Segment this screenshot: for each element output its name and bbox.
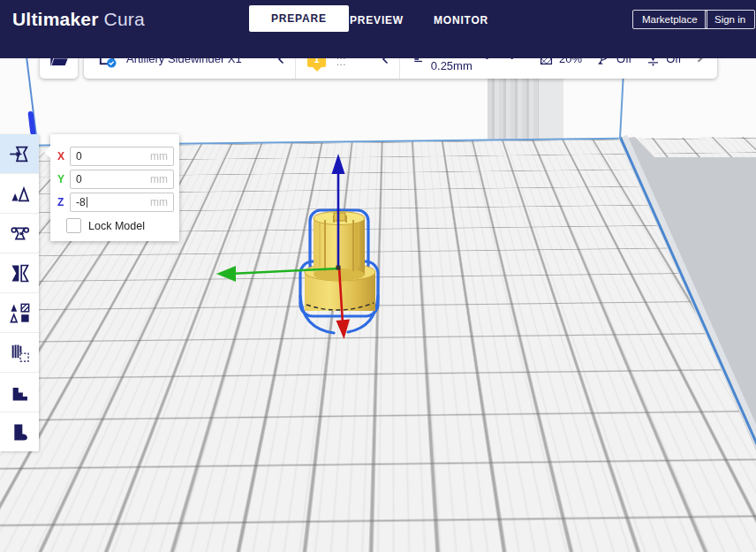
nozzle-size: ... <box>336 59 346 65</box>
lock-model-row: Lock Model <box>66 218 145 233</box>
lock-model-label: Lock Model <box>88 220 145 232</box>
per-model-settings-button[interactable] <box>0 293 39 333</box>
chevron-up-icon <box>49 462 60 470</box>
z-position-input[interactable]: -8 mm <box>70 193 174 212</box>
view-3d-icon[interactable] <box>45 522 63 540</box>
rotate-tool-button[interactable] <box>0 214 39 253</box>
view-left-icon[interactable] <box>119 522 137 540</box>
view-right-icon[interactable] <box>144 522 162 540</box>
action-panel: Slice <box>495 497 756 541</box>
z-axis-arrowhead <box>332 154 345 174</box>
view-top-icon[interactable] <box>94 522 112 540</box>
object-list-toggle[interactable]: Object list <box>49 459 117 472</box>
model-name: ASX1_Expandable bench dog M6 <box>69 482 235 495</box>
slice-button[interactable]: Slice <box>510 503 724 529</box>
x-axis-label: X <box>57 150 70 163</box>
x-position-input[interactable]: 0 mm <box>70 147 174 166</box>
sign-in-button[interactable]: Sign in <box>705 10 755 29</box>
z-unit: mm <box>150 196 168 208</box>
model-3d[interactable] <box>212 150 406 344</box>
z-position-row: Z -8 mm <box>57 193 174 212</box>
app-header: Ultimaker Cura PREPARE PREVIEW MONITOR M… <box>0 0 756 58</box>
solid-shape-plugin-icon <box>8 420 32 444</box>
per-model-settings-icon <box>8 301 32 325</box>
y-axis-arrowhead <box>336 320 351 340</box>
text-caret <box>87 197 87 208</box>
logo-light: Cura <box>104 9 145 29</box>
move-tool-button[interactable] <box>0 134 39 174</box>
lock-model-checkbox[interactable] <box>66 218 81 233</box>
view-front-icon[interactable] <box>70 522 87 540</box>
stairs-plugin-button[interactable] <box>0 373 39 412</box>
tab-prepare[interactable]: PREPARE <box>249 5 349 32</box>
gizmo-center-handle <box>336 266 341 270</box>
x-axis-arrowhead <box>216 266 236 282</box>
y-value: 0 <box>76 173 82 185</box>
z-value: -8 <box>76 196 86 208</box>
y-position-row: Y 0 mm <box>57 170 174 189</box>
marketplace-button[interactable]: Marketplace <box>632 10 707 29</box>
tool-sidebar <box>0 134 39 451</box>
scale-tool-icon <box>8 182 32 206</box>
y-unit: mm <box>150 173 168 185</box>
mirror-tool-button[interactable] <box>0 253 39 293</box>
y-axis-label: Y <box>57 173 70 185</box>
logo-bold: Ultimaker <box>12 9 99 29</box>
model-dimensions: 27.0 x 27.0 x 38.0 mm <box>42 502 151 514</box>
support-blocker-button[interactable] <box>0 333 39 373</box>
tab-preview[interactable]: PREVIEW <box>350 7 404 34</box>
y-position-input[interactable]: 0 mm <box>70 170 174 189</box>
view-orientation-controls <box>45 522 162 540</box>
x-unit: mm <box>150 150 168 163</box>
z-axis-label: Z <box>57 196 70 208</box>
stairs-plugin-icon <box>8 381 32 405</box>
cura-window: Ultimaker Cura PREPARE PREVIEW MONITOR M… <box>0 0 756 552</box>
x-value: 0 <box>76 150 82 163</box>
move-tool-panel: X 0 mm Y 0 mm Z -8 mm Lock Model <box>50 134 179 241</box>
support-blocker-icon <box>8 341 32 365</box>
solid-shape-plugin-button[interactable] <box>0 412 39 451</box>
scale-tool-button[interactable] <box>0 174 39 214</box>
tab-monitor[interactable]: MONITOR <box>434 7 488 34</box>
rotate-tool-icon <box>8 222 32 246</box>
object-list-label: Object list <box>68 459 117 472</box>
move-tool-icon <box>8 142 32 166</box>
app-logo: Ultimaker Cura <box>12 9 145 30</box>
x-position-row: X 0 mm <box>57 147 174 166</box>
object-list-item[interactable]: ASX1_Expandable bench dog M6 <box>48 481 235 495</box>
model-item-icon <box>48 481 61 495</box>
mirror-tool-icon <box>8 261 32 285</box>
